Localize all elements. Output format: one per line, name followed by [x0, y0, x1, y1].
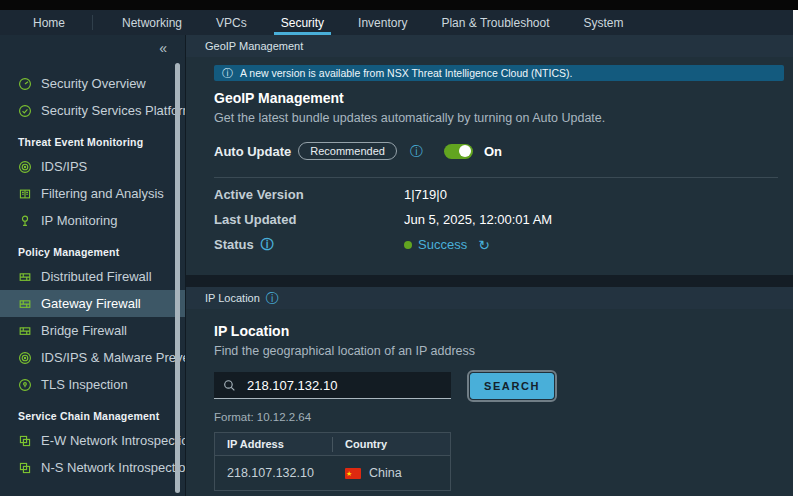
- status-value: Success ↻: [404, 237, 490, 252]
- table-row[interactable]: 218.107.132.10 ★ China: [215, 456, 450, 490]
- status-row: Status ⓘ Success ↻: [214, 236, 784, 253]
- ip-address-cell: 218.107.132.10: [215, 466, 333, 480]
- china-flag-icon: ★: [345, 468, 361, 479]
- sidebar-group-policy-management: Policy Management: [0, 234, 185, 263]
- search-icon: [223, 379, 236, 392]
- sidebar-item-label: E-W Network Introspection: [41, 433, 185, 448]
- sidebar-header: «: [0, 35, 185, 60]
- shield-check-icon: [18, 104, 32, 118]
- tls-inspection-icon: [18, 378, 32, 392]
- nav-tab-networking[interactable]: Networking: [113, 10, 191, 35]
- active-version-value: 1|719|0: [404, 187, 447, 202]
- introspection-icon: [18, 434, 32, 448]
- recommended-badge: Recommended: [298, 142, 397, 160]
- collapse-sidebar-icon[interactable]: «: [159, 41, 167, 55]
- sidebar-item-tls-inspection[interactable]: TLS Inspection: [0, 371, 185, 398]
- info-icon: ⓘ: [222, 68, 233, 79]
- toggle-knob-icon: [459, 145, 471, 157]
- sidebar-nav-list: Security Overview Security Services Plat…: [0, 60, 185, 481]
- banner-text: A new version is available from NSX Thre…: [240, 67, 572, 79]
- geoip-panel: ⓘ A new version is available from NSX Th…: [186, 57, 798, 275]
- divider: [214, 177, 778, 178]
- security-sidebar: « Security Overview Security Services Pl…: [0, 35, 186, 496]
- bullseye-icon: [18, 351, 32, 365]
- sidebar-item-label: Distributed Firewall: [41, 269, 152, 284]
- window-right-border: [793, 10, 798, 496]
- sidebar-group-threat-event-monitoring: Threat Event Monitoring: [0, 124, 185, 153]
- ip-location-section-header[interactable]: IP Location ⓘ: [186, 287, 798, 309]
- info-icon[interactable]: ⓘ: [410, 145, 423, 158]
- column-header-ip-address: IP Address: [215, 437, 333, 452]
- sidebar-item-label: Filtering and Analysis: [41, 186, 164, 201]
- geoip-section-title: GeoIP Management: [205, 40, 303, 52]
- success-dot-icon: [404, 241, 412, 249]
- location-pin-icon: [18, 214, 32, 228]
- geoip-description: Get the latest bundle updates automatica…: [214, 111, 784, 126]
- ip-search-box: [214, 372, 451, 399]
- country-cell: ★ China: [333, 466, 402, 480]
- sidebar-item-label: Bridge Firewall: [41, 323, 127, 338]
- new-version-banner: ⓘ A new version is available from NSX Th…: [214, 65, 784, 81]
- sidebar-item-ew-network-introspection[interactable]: E-W Network Introspection: [0, 427, 185, 454]
- status-label-text: Status: [214, 237, 254, 252]
- sidebar-item-ids-ips[interactable]: IDS/IPS: [0, 153, 185, 180]
- sidebar-item-ids-ips-malware-prevention[interactable]: IDS/IPS & Malware Prevent...: [0, 344, 185, 371]
- info-icon[interactable]: ⓘ: [266, 292, 279, 305]
- sidebar-item-bridge-firewall[interactable]: Bridge Firewall: [0, 317, 185, 344]
- format-hint: Format: 10.12.2.64: [214, 411, 784, 423]
- nav-tab-inventory[interactable]: Inventory: [349, 10, 416, 35]
- bullseye-icon: [18, 160, 32, 174]
- sidebar-item-ns-network-introspection[interactable]: N-S Network Introspection: [0, 454, 185, 481]
- main-content: GeoIP Management ⓘ A new version is avai…: [186, 35, 798, 496]
- status-text: Success: [418, 237, 467, 252]
- search-button[interactable]: SEARCH: [470, 373, 554, 399]
- nav-tab-plan-troubleshoot[interactable]: Plan & Troubleshoot: [432, 10, 558, 35]
- window-top-bar: [0, 0, 798, 10]
- sidebar-item-label: Security Services Platform: [41, 103, 185, 118]
- auto-update-row: Auto Update Recommended ⓘ On: [214, 140, 784, 162]
- geoip-title: GeoIP Management: [214, 91, 784, 105]
- introspection-icon: [18, 461, 32, 475]
- sidebar-item-distributed-firewall[interactable]: Distributed Firewall: [0, 263, 185, 290]
- panel-gap: [186, 275, 798, 287]
- sidebar-item-label: IDS/IPS: [41, 159, 87, 174]
- ip-location-section-title: IP Location: [205, 292, 260, 304]
- ip-location-result-table: IP Address Country 218.107.132.10 ★ Chin…: [214, 432, 451, 491]
- auto-update-state: On: [484, 144, 502, 159]
- sidebar-item-filtering-and-analysis[interactable]: Filtering and Analysis: [0, 180, 185, 207]
- sidebar-item-security-services-platform[interactable]: Security Services Platform: [0, 97, 185, 124]
- ip-search-input[interactable]: [245, 377, 442, 394]
- nav-tab-home[interactable]: Home: [24, 10, 74, 35]
- gauge-icon: [18, 77, 32, 91]
- sidebar-item-label: N-S Network Introspection: [41, 460, 185, 475]
- info-icon[interactable]: ⓘ: [261, 238, 274, 251]
- ip-location-panel: IP Location Find the geographical locati…: [186, 309, 798, 496]
- table-header-row: IP Address Country: [215, 433, 450, 456]
- sidebar-item-security-overview[interactable]: Security Overview: [0, 70, 185, 97]
- auto-update-toggle[interactable]: [444, 144, 473, 159]
- sidebar-item-label: IDS/IPS & Malware Prevent...: [41, 350, 185, 365]
- nav-tab-system[interactable]: System: [575, 10, 633, 35]
- auto-update-label: Auto Update: [214, 144, 291, 159]
- refresh-icon[interactable]: ↻: [478, 238, 490, 252]
- geoip-section-header[interactable]: GeoIP Management: [186, 35, 798, 57]
- column-header-country: Country: [333, 438, 387, 450]
- sidebar-item-ip-monitoring[interactable]: IP Monitoring: [0, 207, 185, 234]
- nav-tab-vpcs[interactable]: VPCs: [207, 10, 256, 35]
- report-icon: [18, 187, 32, 201]
- ip-location-description: Find the geographical location of an IP …: [214, 344, 784, 359]
- sidebar-item-gateway-firewall[interactable]: Gateway Firewall: [0, 290, 185, 317]
- nav-divider: [92, 15, 93, 30]
- active-version-label: Active Version: [214, 187, 404, 202]
- firewall-icon: [18, 297, 32, 311]
- last-updated-value: Jun 5, 2025, 12:00:01 AM: [404, 212, 552, 227]
- status-label: Status ⓘ: [214, 237, 404, 252]
- ip-search-row: SEARCH: [214, 372, 784, 399]
- firewall-icon: [18, 270, 32, 284]
- sidebar-group-service-chain-management: Service Chain Management: [0, 398, 185, 427]
- firewall-icon: [18, 324, 32, 338]
- sidebar-scrollbar[interactable]: [175, 63, 180, 493]
- sidebar-item-label: TLS Inspection: [41, 377, 128, 392]
- sidebar-item-label: Gateway Firewall: [41, 296, 141, 311]
- nav-tab-security[interactable]: Security: [272, 10, 333, 35]
